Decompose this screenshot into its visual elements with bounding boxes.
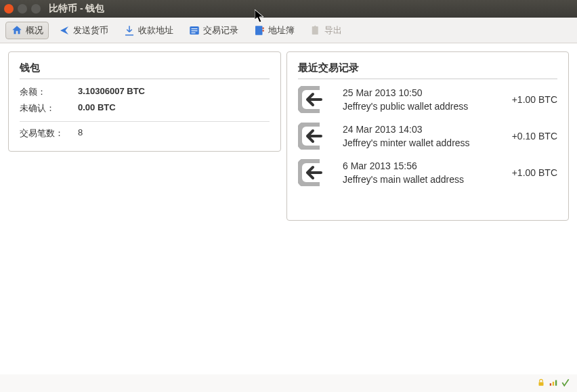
maximize-icon[interactable] <box>31 4 41 14</box>
tx-address: Jeffrey's main wallet address <box>343 174 512 185</box>
recent-panel: 最近交易记录 25 Mar 2013 10:50 Jeffrey's publi… <box>286 51 569 221</box>
tx-date: 24 Mar 2013 14:03 <box>343 124 512 135</box>
tab-label: 地址簿 <box>268 24 295 37</box>
titlebar: 比特币 - 钱包 <box>0 0 577 18</box>
list-icon <box>188 24 200 37</box>
network-icon <box>549 378 558 389</box>
svg-rect-6 <box>263 30 264 31</box>
incoming-icon <box>298 86 330 113</box>
txcount-label: 交易笔数： <box>20 127 78 139</box>
svg-rect-7 <box>312 26 318 35</box>
incoming-icon <box>298 159 330 186</box>
svg-rect-1 <box>192 28 198 29</box>
unconfirmed-value: 0.00 BTC <box>78 102 116 114</box>
tx-date: 25 Mar 2013 10:50 <box>343 87 512 98</box>
balance-row: 余额： 3.10306007 BTC <box>20 86 270 98</box>
divider <box>20 121 270 122</box>
svg-rect-17 <box>555 380 557 385</box>
tab-overview[interactable]: 概况 <box>5 22 49 39</box>
tab-export[interactable]: 导出 <box>304 22 347 39</box>
statusbar <box>0 374 577 392</box>
svg-rect-15 <box>550 383 551 386</box>
transaction-row: 24 Mar 2013 14:03 Jeffrey's minter walle… <box>298 123 557 150</box>
lock-icon[interactable] <box>536 378 546 389</box>
svg-rect-14 <box>539 382 544 385</box>
balance-value: 3.10306007 BTC <box>78 86 145 98</box>
balance-label: 余额： <box>20 86 78 98</box>
unconfirmed-label: 未确认： <box>20 102 78 114</box>
toolbar: 概况 发送货币 收款地址 交易记录 地址簿 导出 <box>0 18 577 43</box>
svg-rect-4 <box>255 26 263 35</box>
tab-label: 收款地址 <box>138 24 173 37</box>
tx-address: Jeffrey's minter wallet address <box>343 137 512 148</box>
tx-amount: +0.10 BTC <box>512 131 557 141</box>
transaction-row: 6 Mar 2013 15:56 Jeffrey's main wallet a… <box>298 159 557 186</box>
content-area: 钱包 余额： 3.10306007 BTC 未确认： 0.00 BTC 交易笔数… <box>0 43 577 374</box>
tx-date: 6 Mar 2013 15:56 <box>343 160 512 171</box>
tab-label: 概况 <box>26 24 43 37</box>
tab-addressbook[interactable]: 地址簿 <box>248 22 300 39</box>
close-icon[interactable] <box>4 4 14 14</box>
window-title: 比特币 - 钱包 <box>49 3 104 15</box>
svg-rect-16 <box>553 381 554 385</box>
tab-transactions[interactable]: 交易记录 <box>183 22 244 39</box>
transaction-row: 25 Mar 2013 10:50 Jeffrey's public walle… <box>298 86 557 113</box>
receive-icon <box>123 24 135 37</box>
svg-rect-5 <box>263 27 264 28</box>
tab-label: 交易记录 <box>203 24 238 37</box>
wallet-panel: 钱包 余额： 3.10306007 BTC 未确认： 0.00 BTC 交易笔数… <box>8 51 281 152</box>
svg-rect-3 <box>192 32 196 33</box>
txcount-value: 8 <box>78 127 83 139</box>
tx-info: 6 Mar 2013 15:56 Jeffrey's main wallet a… <box>343 160 512 185</box>
tab-receive[interactable]: 收款地址 <box>118 22 179 39</box>
home-icon <box>11 24 23 37</box>
svg-rect-2 <box>192 30 198 31</box>
minimize-icon[interactable] <box>18 4 27 14</box>
txcount-row: 交易笔数： 8 <box>20 127 270 139</box>
tx-amount: +1.00 BTC <box>512 94 557 105</box>
addressbook-icon <box>253 24 265 37</box>
unconfirmed-row: 未确认： 0.00 BTC <box>20 102 270 114</box>
export-icon <box>309 24 322 37</box>
recent-title: 最近交易记录 <box>298 62 557 79</box>
incoming-icon <box>298 123 330 150</box>
tab-label: 发送货币 <box>73 24 108 37</box>
tx-amount: +1.00 BTC <box>512 167 557 178</box>
send-icon <box>58 24 70 37</box>
tx-info: 24 Mar 2013 14:03 Jeffrey's minter walle… <box>343 124 512 148</box>
tx-address: Jeffrey's public wallet address <box>343 101 512 112</box>
wallet-title: 钱包 <box>20 62 270 79</box>
tab-send[interactable]: 发送货币 <box>53 22 114 39</box>
sync-icon <box>561 378 570 389</box>
tx-info: 25 Mar 2013 10:50 Jeffrey's public walle… <box>343 87 512 112</box>
tab-label: 导出 <box>324 24 342 37</box>
